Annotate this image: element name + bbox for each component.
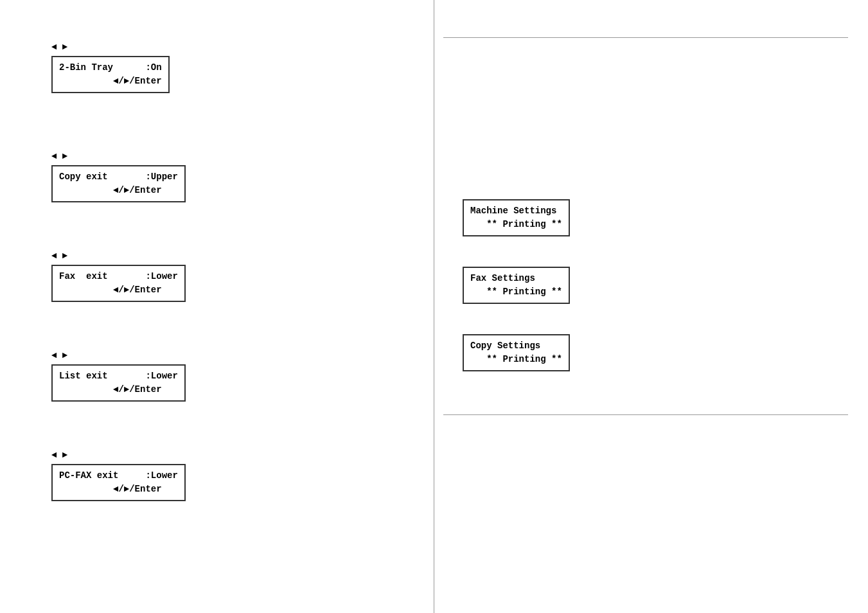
lcd-machine-settings: Machine Settings ** Printing ** [463,199,570,236]
divider-bottom-right [443,414,848,415]
panel-2bin-tray: ◄ ► 2-Bin Tray :On ◄/►/Enter [51,42,170,93]
lcd-copy-settings: Copy Settings ** Printing ** [463,334,570,371]
lcd-fax-exit: Fax exit :Lower ◄/►/Enter [51,265,186,302]
panel-fax-exit: ◄ ► Fax exit :Lower ◄/►/Enter [51,251,186,302]
lcd-list-exit: List exit :Lower ◄/►/Enter [51,364,186,402]
panel-fax-settings: Fax Settings ** Printing ** [463,267,570,304]
arrows-4: ◄ ► [51,350,186,360]
lcd-copy-exit: Copy exit :Upper ◄/►/Enter [51,165,186,202]
panel-copy-exit: ◄ ► Copy exit :Upper ◄/►/Enter [51,151,186,202]
divider-top-right [443,37,848,38]
lcd-2bin-tray: 2-Bin Tray :On ◄/►/Enter [51,56,170,93]
arrows-1: ◄ ► [51,42,170,52]
panel-copy-settings: Copy Settings ** Printing ** [463,334,570,371]
lcd-fax-settings: Fax Settings ** Printing ** [463,267,570,304]
panel-list-exit: ◄ ► List exit :Lower ◄/►/Enter [51,350,186,402]
panel-machine-settings: Machine Settings ** Printing ** [463,199,570,236]
arrows-2: ◄ ► [51,151,186,161]
lcd-pcfax-exit: PC-FAX exit :Lower ◄/►/Enter [51,464,186,501]
arrows-3: ◄ ► [51,251,186,261]
arrows-5: ◄ ► [51,450,186,460]
divider-vertical [434,0,434,613]
panel-pcfax-exit: ◄ ► PC-FAX exit :Lower ◄/►/Enter [51,450,186,501]
page: ◄ ► 2-Bin Tray :On ◄/►/Enter ◄ ► Copy ex… [0,0,868,613]
